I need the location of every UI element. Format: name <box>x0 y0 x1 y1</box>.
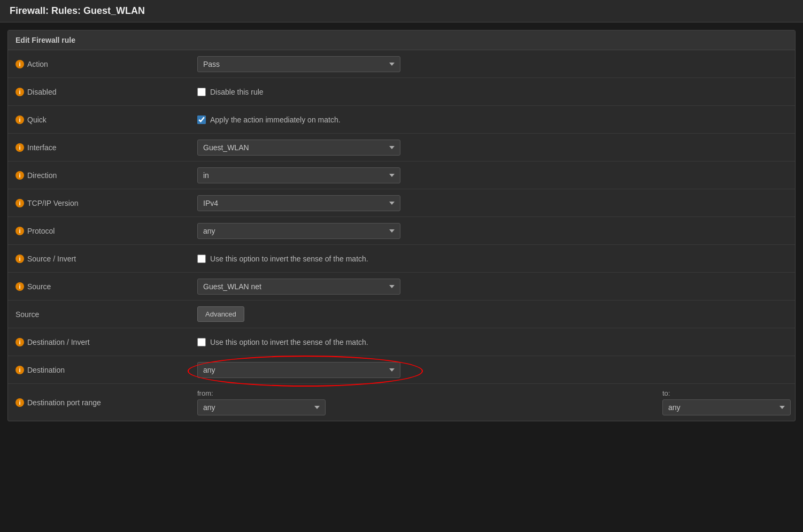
port-from-field: from: any HTTP HTTPS DNS FTP SSH <box>197 389 326 415</box>
source-invert-checkbox-label[interactable]: Use this option to invert the sense of t… <box>197 255 368 263</box>
tcpip-control: IPv4 IPv6 IPv4+IPv6 <box>197 195 787 211</box>
interface-control: Guest_WLAN LAN WAN <box>197 140 787 156</box>
tcpip-select[interactable]: IPv4 IPv6 IPv4+IPv6 <box>197 195 400 211</box>
source-advanced-row: Source Advanced <box>8 300 795 328</box>
disabled-info-icon: i <box>16 88 24 96</box>
source-invert-control: Use this option to invert the sense of t… <box>197 255 787 263</box>
action-control: Pass Block Reject <box>197 56 787 72</box>
quick-checkbox[interactable] <box>197 115 206 124</box>
dest-port-info-icon: i <box>16 398 24 407</box>
destination-info-icon: i <box>16 366 24 374</box>
source-control: Guest_WLAN net any Guest_WLAN address <box>197 279 787 295</box>
source-invert-row: i Source / Invert Use this option to inv… <box>8 245 795 273</box>
port-to-select[interactable]: any HTTP HTTPS DNS FTP SSH <box>662 399 791 415</box>
protocol-row: i Protocol any TCP UDP TCP/UDP ICMP <box>8 217 795 245</box>
disabled-checkbox-label[interactable]: Disable this rule <box>197 88 264 96</box>
disabled-checkbox[interactable] <box>197 88 206 96</box>
source-select[interactable]: Guest_WLAN net any Guest_WLAN address <box>197 279 400 295</box>
dest-port-control: from: any HTTP HTTPS DNS FTP SSH to: any… <box>197 389 791 415</box>
dest-invert-row: i Destination / Invert Use this option t… <box>8 328 795 356</box>
interface-row: i Interface Guest_WLAN LAN WAN <box>8 134 795 161</box>
dest-invert-control: Use this option to invert the sense of t… <box>197 338 787 346</box>
source-info-icon: i <box>16 282 24 291</box>
interface-select[interactable]: Guest_WLAN LAN WAN <box>197 140 400 156</box>
dest-invert-checkbox[interactable] <box>197 338 206 346</box>
port-from-label: from: <box>197 389 326 397</box>
quick-row: i Quick Apply the action immediately on … <box>8 106 795 134</box>
dest-port-row: i Destination port range from: any HTTP … <box>8 384 795 421</box>
quick-info-icon: i <box>16 115 24 124</box>
interface-label: i Interface <box>16 143 197 152</box>
protocol-label: i Protocol <box>16 227 197 235</box>
source-invert-checkbox[interactable] <box>197 255 206 263</box>
disabled-row: i Disabled Disable this rule <box>8 78 795 106</box>
destination-select[interactable]: any Guest_WLAN net Guest_WLAN address LA… <box>197 362 400 378</box>
port-to-field: to: any HTTP HTTPS DNS FTP SSH <box>662 389 791 415</box>
quick-checkbox-label[interactable]: Apply the action immediately on match. <box>197 115 341 124</box>
direction-select[interactable]: in out <box>197 167 400 183</box>
port-to-label: to: <box>662 389 791 397</box>
action-label: i Action <box>16 60 197 68</box>
quick-label: i Quick <box>16 115 197 124</box>
dest-invert-label: i Destination / Invert <box>16 338 197 346</box>
destination-row: i Destination any Guest_WLAN net Guest_W… <box>8 356 795 384</box>
direction-label: i Direction <box>16 171 197 180</box>
action-info-icon: i <box>16 60 24 68</box>
tcpip-row: i TCP/IP Version IPv4 IPv6 IPv4+IPv6 <box>8 189 795 217</box>
source-invert-label: i Source / Invert <box>16 255 197 263</box>
source-label: i Source <box>16 282 197 291</box>
direction-row: i Direction in out <box>8 161 795 189</box>
direction-info-icon: i <box>16 171 24 180</box>
source-advanced-control: Advanced <box>197 306 787 322</box>
dest-invert-info-icon: i <box>16 338 24 346</box>
action-row: i Action Pass Block Reject <box>8 50 795 78</box>
source-advanced-button[interactable]: Advanced <box>197 306 244 322</box>
protocol-info-icon: i <box>16 227 24 235</box>
quick-control: Apply the action immediately on match. <box>197 115 787 124</box>
destination-select-wrapper: any Guest_WLAN net Guest_WLAN address LA… <box>197 362 400 378</box>
source-advanced-label: Source <box>16 310 197 319</box>
source-row: i Source Guest_WLAN net any Guest_WLAN a… <box>8 273 795 300</box>
direction-control: in out <box>197 167 787 183</box>
firewall-rule-form: Edit Firewall rule i Action Pass Block R… <box>7 30 796 421</box>
tcpip-info-icon: i <box>16 199 24 207</box>
destination-label: i Destination <box>16 366 197 374</box>
destination-control: any Guest_WLAN net Guest_WLAN address LA… <box>197 362 787 378</box>
protocol-select[interactable]: any TCP UDP TCP/UDP ICMP <box>197 223 400 239</box>
disabled-control: Disable this rule <box>197 88 787 96</box>
interface-info-icon: i <box>16 143 24 152</box>
action-select[interactable]: Pass Block Reject <box>197 56 400 72</box>
dest-invert-checkbox-label[interactable]: Use this option to invert the sense of t… <box>197 338 368 346</box>
form-section-title: Edit Firewall rule <box>8 30 795 50</box>
source-invert-info-icon: i <box>16 255 24 263</box>
tcpip-label: i TCP/IP Version <box>16 199 197 207</box>
dest-port-label: i Destination port range <box>16 398 197 407</box>
page-title: Firewall: Rules: Guest_WLAN <box>0 0 803 22</box>
disabled-label: i Disabled <box>16 88 197 96</box>
port-from-select[interactable]: any HTTP HTTPS DNS FTP SSH <box>197 399 326 415</box>
protocol-control: any TCP UDP TCP/UDP ICMP <box>197 223 787 239</box>
